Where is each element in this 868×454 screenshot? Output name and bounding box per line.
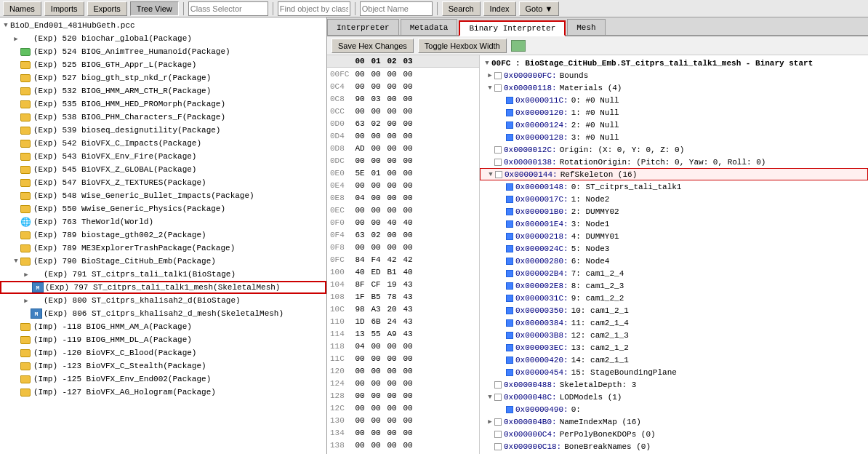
names-button[interactable]: Names [3,1,41,16]
hex-row[interactable]: 0F000004040 [327,216,479,228]
tree-item[interactable]: (Exp) 525 BIOG_GTH_Appr_L(Package) [0,58,326,71]
tree-item[interactable]: M(Exp) 797 ST_citprs_tali_talk1_mesh(Ske… [0,281,326,294]
tab-binary-interpreter[interactable]: Binary Interpreter [459,20,566,36]
tree-item[interactable]: ▼(Exp) 790 BioStage_CitHub_Emb(Package) [0,255,326,268]
binary-tree-item[interactable]: 0x000003B8:12: cam2_1_3 [480,329,868,341]
tree-item[interactable]: (Exp) 539 bioseq_designutility(Package) [0,124,326,137]
hex-row[interactable]: 12800000000 [327,389,479,402]
tree-item[interactable]: (Exp) 532 BIOG_HMM_ARM_CTH_R(Package) [0,84,326,97]
tree-root[interactable]: ▼ BioD_End001_481HubGeth.pcc [0,19,326,32]
hex-row[interactable]: 11C00000000 [327,352,479,365]
binary-tree-item[interactable]: 0x0000012C:Origin: (X: 0, Y: 0, Z: 0) [480,143,868,156]
binary-tree-item[interactable]: 0x00000138:RotationOrigin: (Pitch: 0, Ya… [480,156,868,168]
hex-row[interactable]: 10040EDB140 [327,266,479,278]
binary-tree-item[interactable]: 0x00000350:10: cam1_2_1 [480,304,868,316]
hex-row[interactable]: 12400000000 [327,377,479,389]
tree-item[interactable]: (Exp) 535 BIOG_HMM_HED_PROMorph(Package) [0,97,326,111]
hex-row[interactable]: 0DC00000000 [327,154,479,167]
tab-metadata[interactable]: Metadata [401,19,458,35]
hex-row[interactable]: 0C400000000 [327,80,479,92]
binary-tree-item[interactable]: 0x00000218:4: DUMMY01 [480,230,868,242]
binary-tree-item[interactable]: 0x000000C18:BoneBreakNames (0) [480,440,868,453]
hex-row[interactable]: 10C98A32043 [327,303,479,315]
hex-row[interactable]: 00FC00000000 [327,68,479,80]
hex-row[interactable]: 0C890030000 [327,92,479,105]
binary-tree-item[interactable]: ▶0x000000FC:Bounds [480,69,868,81]
tree-item[interactable]: (Imp) -118 BIOG_HMM_AM_A(Package) [0,320,326,333]
binary-tree-item[interactable]: 0x0000024C:5: Node3 [480,242,868,255]
tree-item[interactable]: (Exp) 550 Wwise_Generic_Physics(Package) [0,202,326,215]
binary-tree-item[interactable]: 0x000002E8:8: cam1_2_3 [480,279,868,292]
tree-item[interactable]: (Exp) 543 BioVFX_Env_Fire(Package) [0,150,326,163]
hex-row[interactable]: 13000000000 [327,414,479,426]
binary-tree-item[interactable]: 0x0000011C:0: #0 Null [480,94,868,106]
tree-item[interactable]: (Imp) -127 BioVFX_AG_Hologram(Package) [0,386,326,399]
binary-tree-item[interactable]: 0x00000454:15: StageBoundingPlane [480,366,868,378]
hex-row[interactable]: 0E400000000 [327,179,479,191]
tree-item[interactable]: 🌐(Exp) 763 TheWorld(World) [0,215,326,228]
hex-row[interactable]: 0CC00000000 [327,105,479,117]
hex-row[interactable]: 12C00000000 [327,402,479,414]
binary-tree-item[interactable]: 0x0000017C:1: Node2 [480,193,868,205]
binary-tree-item[interactable]: 0x00000128:3: #0 Null [480,131,868,143]
binary-tree-item[interactable]: 0x000002B4:7: cam1_2_4 [480,267,868,279]
tree-item[interactable]: (Exp) 545 BioVFX_Z_GLOBAL(Package) [0,163,326,176]
imports-button[interactable]: Imports [44,1,84,16]
tree-item[interactable]: (Imp) -119 BIOG_HMM_DL_A(Package) [0,333,326,346]
binary-tree-item[interactable]: 0x0000031C:9: cam1_2_2 [480,292,868,304]
binary-tree-item[interactable]: 0x00000120:1: #0 Null [480,106,868,119]
binary-tree-item[interactable]: 0x00000124:2: #0 Null [480,119,868,131]
hex-row[interactable]: 0E804000000 [327,191,479,204]
binary-tree-item[interactable]: ▶0x000004B0:NameIndexMap (16) [480,415,868,428]
binary-tree-item[interactable]: 0x000001B0:2: DUMMY02 [480,205,868,218]
hex-row[interactable]: 0D400000000 [327,130,479,142]
hex-row[interactable]: 0D8AD000000 [327,142,479,154]
toggle-hexbox-button[interactable]: Toggle Hexbox Width [418,39,507,53]
tree-item[interactable]: (Exp) 789 ME3ExplorerTrashPackage(Packag… [0,242,326,255]
hex-row[interactable]: 13C00000000 [327,451,479,454]
binary-tree-item[interactable]: ▼0x00000118:Materials (4) [480,81,868,94]
binary-tree-item[interactable]: 0x00000420:14: cam2_1_1 [480,354,868,366]
hex-row[interactable]: 13800000000 [327,439,479,451]
binary-tree-item[interactable]: 0x00000490:0: [480,403,868,415]
hex-row[interactable]: 0D063020000 [327,117,479,130]
exports-button[interactable]: Exports [87,1,127,16]
tree-item[interactable]: ▶(Exp) 520 biochar_global(Package) [0,32,326,45]
index-button[interactable]: Index [483,1,516,16]
binary-tree-item[interactable]: ▼0x00000144:RefSkeleton (16) [480,168,868,180]
hex-row[interactable]: 11804000000 [327,340,479,352]
toggle-switch[interactable] [511,40,526,52]
binary-tree-item[interactable]: 0x00000488:SkeletalDepth: 3 [480,378,868,391]
hex-row[interactable]: 12000000000 [327,365,479,377]
tree-item[interactable]: (Imp) -125 BioVFX_Env_End002(Package) [0,373,326,386]
binary-tree-item[interactable]: 0x00000148:0: ST_citprs_tali_talk1 [480,180,868,193]
save-hex-button[interactable]: Save Hex Changes [331,39,414,53]
hex-row[interactable]: 0F800000000 [327,241,479,253]
tree-item[interactable]: (Exp) 527 biog_gth_stp_nkd_r(Package) [0,71,326,84]
hex-row[interactable]: 1081FB57843 [327,290,479,303]
search-button[interactable]: Search [442,1,481,16]
hex-panel[interactable]: 00 01 02 03 00FC000000000C4000000000C890… [327,55,480,454]
find-by-class-input[interactable] [278,1,350,16]
tree-item[interactable]: ▶(Exp) 800 ST_citprs_khalisah2_d(BioStag… [0,294,326,307]
tree-item[interactable]: (Exp) 524 BIOG_AnimTree_Humanoid(Package… [0,45,326,58]
hex-row[interactable]: 0EC00000000 [327,204,479,216]
tab-mesh[interactable]: Mesh [567,19,605,35]
hex-row[interactable]: 1101D6B2443 [327,315,479,327]
class-selector-input[interactable] [188,1,268,16]
hex-row[interactable]: 13400000000 [327,426,479,439]
binary-tree-item[interactable]: ▼0x0000048C:LODModels (1) [480,391,868,403]
binary-tree-item[interactable]: 0x00000280:6: Node4 [480,255,868,267]
tree-item[interactable]: ▶(Exp) 791 ST_citprs_tali_talk1(BioStage… [0,268,326,281]
goto-button[interactable]: Goto ▼ [519,1,560,16]
tree-item[interactable]: (Imp) -120 BioVFX_C_Blood(Package) [0,346,326,359]
binary-tree-item[interactable]: 0x000000C4:PerPolyBoneKDOPs (0) [480,428,868,440]
hex-row[interactable]: 1048FCF1943 [327,278,479,290]
tree-item[interactable]: (Exp) 548 Wise_Generic_Bullet_Impacts(Pa… [0,189,326,202]
tree-item[interactable]: (Exp) 538 BIOG_PHM_Characters_F(Package) [0,111,326,124]
hex-row[interactable]: 0F463020000 [327,228,479,241]
tree-view-button[interactable]: Tree View [130,1,179,16]
binary-tree-item[interactable]: 0x00000384:11: cam2_1_4 [480,316,868,329]
binary-tree-item[interactable]: 0x000003EC:13: cam2_1_2 [480,341,868,354]
tree-item[interactable]: (Exp) 547 BioVFX_Z_TEXTURES(Package) [0,176,326,189]
